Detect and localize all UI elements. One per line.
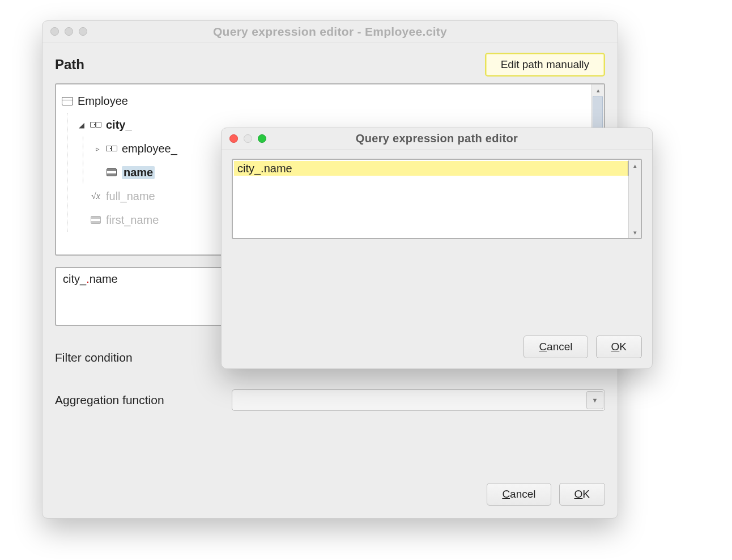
tree-label: Employee: [78, 95, 128, 108]
titlebar: Query expression path editor: [222, 128, 652, 150]
column-icon: [91, 216, 101, 224]
tree-root[interactable]: Employee: [62, 89, 598, 113]
window-controls: [229, 134, 266, 143]
aggregation-function-label: Aggregation function: [55, 393, 219, 407]
close-icon[interactable]: [229, 134, 238, 143]
preview-text-post: name: [90, 273, 118, 285]
scroll-up-icon[interactable]: ▴: [629, 160, 641, 171]
tree-label: city_: [106, 118, 132, 131]
cancel-button[interactable]: Cancel: [487, 483, 551, 506]
expand-icon[interactable]: ▹: [93, 145, 101, 153]
expand-icon[interactable]: ◢: [78, 121, 86, 129]
path-editor-dialog: Query expression path editor city_.name …: [221, 128, 653, 369]
editor-scrollbar[interactable]: ▴ ▾: [628, 160, 641, 238]
minimize-icon[interactable]: [244, 134, 252, 143]
dialog-title: Query expression path editor: [228, 132, 645, 145]
close-icon[interactable]: [50, 27, 59, 36]
table-icon: [62, 97, 73, 105]
minimize-icon[interactable]: [65, 27, 73, 36]
relation-icon: [90, 121, 101, 129]
tree-label: name: [122, 166, 155, 179]
relation-icon: [106, 145, 117, 152]
preview-text-pre: city_: [63, 273, 86, 285]
maximize-icon[interactable]: [79, 27, 87, 36]
aggregation-function-dropdown[interactable]: ▼: [232, 389, 605, 411]
path-label: Path: [55, 57, 485, 73]
window-title: Query expression editor - Employee.city: [49, 25, 611, 39]
path-preview: city_.name: [55, 267, 225, 326]
tree-label: full_name: [106, 190, 155, 203]
tree-label: first_name: [106, 214, 159, 227]
titlebar: Query expression editor - Employee.city: [42, 21, 618, 43]
ok-button[interactable]: OK: [559, 483, 605, 506]
column-icon: [107, 168, 117, 176]
chevron-down-icon[interactable]: ▼: [586, 391, 603, 409]
formula-icon: √x: [91, 191, 100, 201]
tree-label: employee_: [122, 142, 177, 155]
path-input-value[interactable]: city_.name: [234, 161, 628, 176]
path-text-editor[interactable]: city_.name ▴ ▾: [232, 159, 642, 239]
maximize-icon[interactable]: [258, 134, 266, 143]
filter-condition-label: Filter condition: [55, 351, 219, 364]
scroll-up-icon[interactable]: ▴: [592, 84, 604, 96]
ok-button[interactable]: OK: [596, 336, 642, 358]
cancel-button[interactable]: Cancel: [524, 336, 588, 358]
window-controls: [50, 27, 87, 36]
scroll-down-icon[interactable]: ▾: [629, 227, 641, 238]
edit-path-manually-button[interactable]: Edit path manually: [485, 53, 605, 77]
